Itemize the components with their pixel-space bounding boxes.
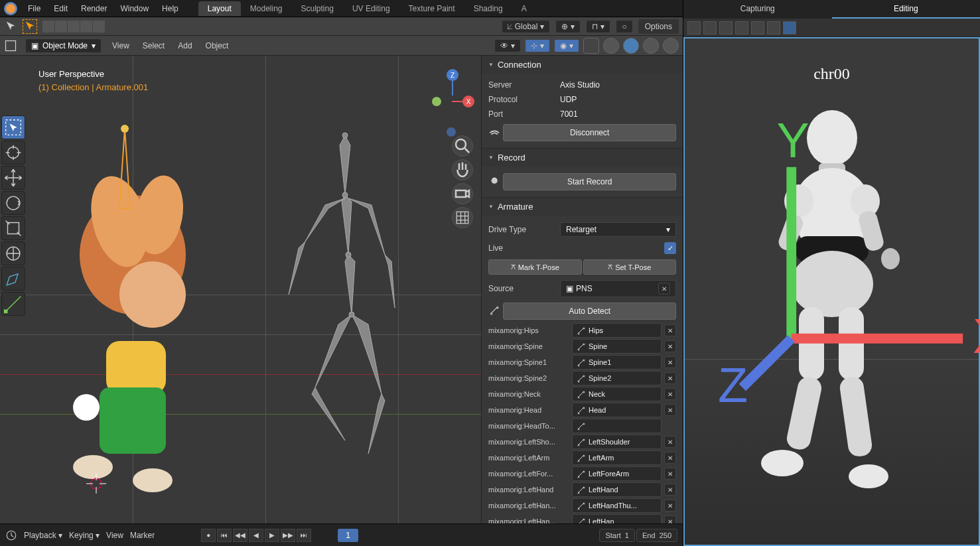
editor-type-icon[interactable]: [4, 39, 17, 52]
menu-render[interactable]: Render: [74, 1, 113, 16]
menu-help[interactable]: Help: [155, 1, 185, 16]
select-mode-3[interactable]: [68, 21, 80, 33]
armature-header[interactable]: Armature: [482, 198, 683, 216]
select-mode-5[interactable]: [93, 21, 105, 33]
auto-detect-button[interactable]: Auto Detect: [503, 303, 676, 320]
select-mode-2[interactable]: [55, 21, 67, 33]
mode-select[interactable]: ▣ Object Mode ▾: [25, 38, 102, 53]
timeline-editor-icon[interactable]: [5, 529, 17, 541]
bone-clear-button[interactable]: ✕: [664, 515, 676, 523]
drive-type-select[interactable]: Retarget▾: [560, 222, 676, 237]
autokey-button[interactable]: ●: [201, 529, 216, 542]
bone-target-select[interactable]: LeftHan: [572, 514, 662, 523]
frame-start[interactable]: Start 1: [599, 529, 634, 542]
menu-edit[interactable]: Edit: [47, 1, 74, 16]
pivot-select[interactable]: ⊕▾: [555, 20, 581, 33]
disconnect-button[interactable]: Disconnect: [503, 124, 676, 141]
menu-file[interactable]: File: [21, 1, 47, 16]
source-clear[interactable]: ✕: [658, 283, 670, 295]
bone-target-select[interactable]: Hips: [572, 323, 662, 338]
select-box-icon[interactable]: [23, 19, 37, 34]
connection-header[interactable]: Connection: [482, 56, 683, 74]
axis-y[interactable]: [432, 97, 441, 106]
orientation-select[interactable]: ⟀ Global ▾: [502, 20, 551, 33]
bone-target-select[interactable]: Spine1: [572, 355, 662, 370]
bone-clear-button[interactable]: ✕: [664, 356, 676, 368]
menu-window[interactable]: Window: [113, 1, 155, 16]
bone-target-select[interactable]: Spine2: [572, 371, 662, 385]
frame-end[interactable]: End 250: [636, 529, 677, 542]
gizmo-toggle[interactable]: ⊹▾: [525, 39, 550, 52]
set-tpose-button[interactable]: ⚻Set T-Pose: [583, 259, 677, 275]
bone-clear-button[interactable]: ✕: [664, 500, 676, 512]
tool-rotate[interactable]: [1, 191, 25, 215]
tool-move[interactable]: [1, 166, 25, 190]
workspace-tab-uvediting[interactable]: UV Editing: [343, 1, 399, 16]
bone-clear-button[interactable]: ✕: [664, 468, 676, 480]
timeline-view-menu[interactable]: View: [106, 531, 123, 540]
keyframe-next-button[interactable]: ▶▶: [281, 529, 295, 542]
record-header[interactable]: Record: [482, 149, 683, 167]
tool-annotate[interactable]: [1, 267, 25, 291]
keying-menu[interactable]: Keying ▾: [69, 531, 100, 540]
bone-clear-button[interactable]: ✕: [664, 324, 676, 336]
current-frame[interactable]: 1: [338, 529, 358, 542]
bone-clear-button[interactable]: ✕: [664, 452, 676, 464]
shading-material[interactable]: [643, 38, 659, 54]
jump-start-button[interactable]: ⏮: [217, 529, 232, 542]
bone-clear-button[interactable]: ✕: [664, 404, 676, 416]
bone-clear-button[interactable]: ✕: [664, 372, 676, 384]
start-record-button[interactable]: Start Record: [503, 173, 676, 190]
bone-target-select[interactable]: LeftShoulder: [572, 435, 662, 449]
3d-viewport[interactable]: User Perspective (1) Collection | Armatu…: [0, 56, 481, 523]
marker-menu[interactable]: Marker: [130, 531, 155, 540]
bone-target-select[interactable]: LeftForeArm: [572, 466, 662, 481]
live-checkbox[interactable]: ✓: [664, 242, 676, 254]
bone-target-select[interactable]: Head: [572, 403, 662, 417]
xray-toggle[interactable]: [583, 38, 599, 54]
workspace-tab-texturepaint[interactable]: Texture Paint: [399, 1, 464, 16]
axis-x[interactable]: X: [462, 96, 474, 107]
view-menu[interactable]: View: [109, 40, 132, 52]
bone-target-select[interactable]: LeftHandThu...: [572, 498, 662, 513]
workspace-tab-modeling[interactable]: Modeling: [241, 1, 292, 16]
camera-icon[interactable]: [452, 183, 473, 204]
shading-wireframe[interactable]: [603, 38, 619, 54]
source-select[interactable]: ▣PNS ✕: [560, 280, 676, 297]
tool-select-box[interactable]: [1, 115, 25, 139]
select-mode-1[interactable]: [42, 21, 54, 33]
view-dual-icon[interactable]: [703, 21, 717, 34]
tool-cursor[interactable]: [1, 141, 25, 165]
workspace-tab-layout[interactable]: Layout: [198, 1, 241, 16]
select-mode-4[interactable]: [80, 21, 92, 33]
shading-solid[interactable]: [623, 38, 639, 54]
playback-menu[interactable]: Playback ▾: [24, 531, 62, 540]
add-menu[interactable]: Add: [175, 40, 194, 52]
tool-measure[interactable]: [1, 292, 25, 316]
bone-target-select[interactable]: Spine: [572, 339, 662, 354]
view-single-icon[interactable]: [687, 21, 701, 34]
proportional-edit[interactable]: ○: [616, 20, 632, 33]
snap-select[interactable]: ⊓▾: [586, 20, 610, 33]
pan-icon[interactable]: [452, 159, 473, 180]
editing-viewport[interactable]: chr00 Y X Z: [683, 37, 980, 546]
workspace-tab-more[interactable]: A: [512, 1, 536, 16]
bone-clear-button[interactable]: ✕: [664, 388, 676, 400]
bone-clear-button[interactable]: ✕: [664, 484, 676, 496]
overlay-toggle[interactable]: ◉▾: [554, 39, 579, 52]
keyframe-prev-button[interactable]: ◀◀: [233, 529, 247, 542]
bone-target-select[interactable]: Neck: [572, 387, 662, 401]
workspace-tab-shading[interactable]: Shading: [464, 1, 512, 16]
bone-target-select[interactable]: [572, 419, 662, 433]
bone-clear-button[interactable]: ✕: [664, 340, 676, 352]
perspective-icon[interactable]: [452, 207, 473, 228]
cursor-tool-icon[interactable]: [4, 20, 17, 33]
tool-scale[interactable]: [1, 216, 25, 240]
bone-target-select[interactable]: LeftHand: [572, 482, 662, 497]
mark-tpose-button[interactable]: ⚻Mark T-Pose: [488, 259, 582, 275]
play-reverse-button[interactable]: ◀: [249, 529, 263, 542]
axis-z[interactable]: Z: [447, 69, 458, 81]
object-menu[interactable]: Object: [203, 40, 232, 52]
play-button[interactable]: ▶: [265, 529, 279, 542]
zoom-icon[interactable]: [452, 135, 473, 157]
